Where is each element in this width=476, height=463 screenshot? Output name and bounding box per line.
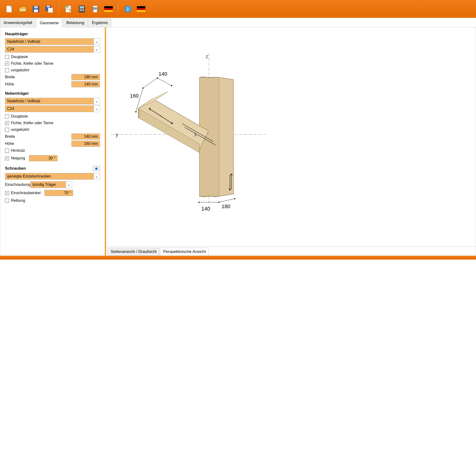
svg-text:i: i [127, 6, 128, 12]
neben-class-select[interactable]: C24 [5, 105, 94, 112]
dim-140-top: 140 [159, 71, 167, 77]
neben-hoehe-label: Höhe [5, 142, 14, 146]
chevron-down-icon[interactable]: ⌄ [94, 98, 100, 105]
svg-point-44 [198, 202, 200, 203]
svg-rect-13 [83, 9, 84, 9]
view-tab-side[interactable]: Seitenansicht / Draufsicht [108, 248, 160, 256]
view-tabs: Seitenansicht / Draufsicht Perspektivisc… [106, 247, 476, 256]
svg-line-43 [219, 199, 235, 202]
chevron-down-icon[interactable]: ⌄ [94, 46, 100, 53]
svg-point-41 [135, 111, 137, 113]
svg-point-37 [157, 78, 158, 79]
svg-line-36 [143, 78, 157, 88]
svg-rect-21 [104, 6, 113, 8]
view-panel: z y x 140 160 140 180 Seitenansicht / Dr… [106, 27, 476, 256]
axis-x-label: x [194, 132, 197, 138]
tab-belastung[interactable]: Belastung [63, 18, 88, 27]
section-haupttraeger: Hauptträger [5, 32, 100, 36]
einschraubung-label: Einschraubung [5, 182, 30, 187]
svg-rect-11 [80, 9, 81, 9]
einschraubwinkel-input[interactable]: 70 ° [45, 190, 73, 196]
footer-bar [0, 256, 476, 259]
neben-hoehe-input[interactable]: 160 mm [72, 141, 100, 147]
svg-rect-12 [81, 9, 83, 9]
reibung-checkbox[interactable] [5, 199, 9, 203]
main-tabs: Anwendungsfall Geometrie Belastung Ergeb… [0, 18, 476, 27]
form-panel: Hauptträger Nadelholz / Vollholz ⌄ C24 ⌄… [0, 27, 106, 256]
haupt-material-select[interactable]: Nadelholz / Vollholz [5, 38, 94, 45]
haupt-fichte-label: Fichte, Kiefer oder Tanne [11, 61, 53, 66]
svg-rect-19 [93, 9, 97, 12]
neben-material-select[interactable]: Nadelholz / Vollholz [5, 98, 94, 105]
dim-180: 180 [222, 204, 230, 210]
svg-rect-2 [34, 6, 38, 8]
tab-geometrie[interactable]: Geometrie [36, 18, 62, 27]
neben-vorgebohrt-checkbox[interactable] [5, 128, 9, 132]
open-icon[interactable] [17, 3, 28, 15]
save-icon[interactable] [30, 3, 42, 15]
neben-hirnholz-checkbox[interactable] [5, 149, 9, 153]
haupt-vorgebohrt-label: vorgebohrt [11, 68, 29, 72]
tab-anwendungsfall[interactable]: Anwendungsfall [0, 18, 36, 27]
neben-fichte-label: Fichte, Kiefer oder Tanne [11, 121, 53, 125]
svg-rect-26 [137, 6, 145, 8]
schrauben-info-button[interactable]: ◆ [93, 166, 100, 171]
print-icon[interactable] [90, 3, 101, 15]
chevron-down-icon[interactable]: ⌄ [66, 181, 72, 188]
svg-rect-14 [80, 10, 81, 11]
haupt-hoehe-input[interactable]: 140 mm [72, 81, 100, 87]
new-icon[interactable] [4, 3, 15, 15]
flag-de2-icon[interactable] [135, 3, 147, 15]
save-as-icon[interactable] [44, 3, 55, 15]
haupt-vorgebohrt-checkbox[interactable] [5, 68, 9, 72]
toolbar: i [0, 0, 476, 18]
einschraubwinkel-checkbox[interactable] [5, 191, 9, 195]
reibung-label: Reibung [11, 198, 25, 203]
dim-160: 160 [130, 93, 139, 99]
info-icon[interactable]: i [122, 3, 134, 15]
neben-hirnholz-label: Hirnholz [11, 149, 25, 153]
svg-point-20 [97, 8, 98, 9]
svg-point-8 [66, 6, 68, 8]
svg-rect-23 [104, 10, 113, 12]
neben-fichte-checkbox[interactable] [5, 121, 9, 125]
svg-rect-27 [137, 8, 145, 10]
notes-icon[interactable] [63, 3, 74, 15]
neben-breite-input[interactable]: 140 mm [72, 134, 100, 140]
neben-douglasie-label: Douglasie [11, 114, 28, 118]
svg-rect-15 [81, 10, 83, 11]
neben-vorgebohrt-label: vorgebohrt [11, 127, 29, 132]
axis-y-label: y [116, 132, 118, 138]
svg-point-38 [171, 85, 172, 86]
haupt-fichte-checkbox[interactable] [5, 62, 9, 66]
svg-rect-16 [83, 10, 84, 11]
schrauben-type-select[interactable]: geneigte Einzelschrauben [5, 173, 94, 180]
3d-view[interactable]: z y x 140 160 140 180 [106, 27, 476, 247]
haupt-breite-label: Breite [5, 75, 15, 79]
chevron-down-icon[interactable]: ⌄ [94, 105, 100, 112]
view-tab-perspective[interactable]: Perspektivische Ansicht [160, 248, 209, 256]
haupt-breite-input[interactable]: 180 mm [72, 74, 100, 80]
flag-de-icon[interactable] [103, 3, 114, 15]
neben-breite-label: Breite [5, 134, 15, 139]
calculate-icon[interactable] [76, 3, 88, 15]
tab-ergebnis[interactable]: Ergebnis [88, 18, 111, 27]
haupt-hoehe-label: Höhe [5, 82, 14, 86]
haupt-douglasie-label: Douglasie [11, 55, 28, 59]
neben-neigung-label: Neigung [11, 156, 25, 160]
svg-point-45 [218, 202, 220, 203]
svg-rect-6 [48, 8, 53, 13]
section-nebentraeger: Nebenträger [5, 91, 100, 96]
haupt-class-select[interactable]: C24 [5, 46, 94, 53]
neben-neigung-checkbox[interactable] [5, 156, 9, 160]
svg-rect-3 [34, 9, 38, 12]
section-schrauben: Schrauben [5, 166, 26, 171]
einschraubung-select[interactable]: bündig Träger [30, 181, 66, 188]
haupt-douglasie-checkbox[interactable] [5, 55, 9, 59]
neben-neigung-input[interactable]: 30 ° [29, 155, 58, 161]
svg-point-46 [234, 198, 235, 199]
svg-rect-10 [80, 6, 84, 8]
chevron-down-icon[interactable]: ⌄ [94, 38, 100, 45]
chevron-down-icon[interactable]: ⌄ [94, 173, 100, 180]
neben-douglasie-checkbox[interactable] [5, 115, 9, 118]
